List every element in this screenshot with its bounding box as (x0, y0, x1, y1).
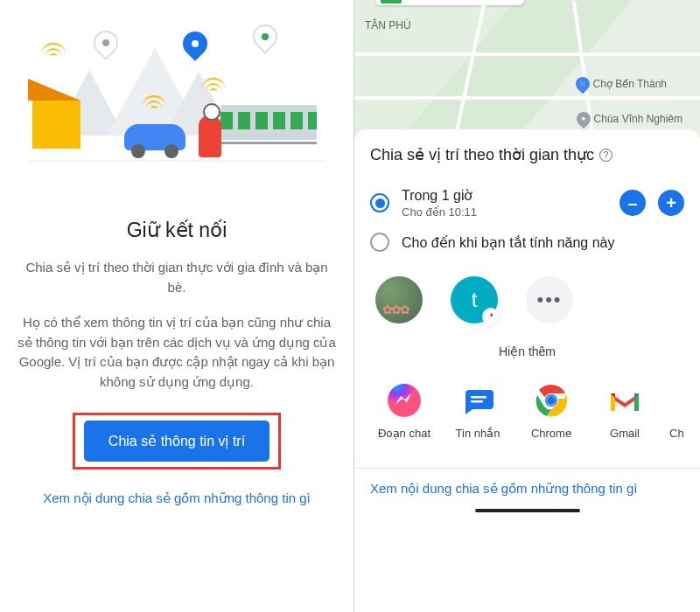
svg-point-0 (102, 39, 109, 46)
bottom-sheet: Chia sẻ vị trí theo thời gian thực ? Tro… (354, 129, 700, 612)
more-icon: ••• (526, 276, 573, 323)
illustration (28, 35, 326, 192)
svg-point-3 (490, 314, 493, 316)
contact-item[interactable]: t (445, 276, 503, 323)
decrease-button[interactable]: – (620, 190, 646, 216)
page-title: Giữ kết nối (127, 219, 228, 242)
temple-pin-icon: ✦ (573, 109, 593, 129)
app-messages[interactable]: Tin nhắn (444, 381, 512, 454)
google-maps-badge-icon (479, 304, 503, 329)
intro-text-1: Chia sẻ vị trí theo thời gian thực với g… (16, 258, 338, 297)
contacts-row: t ••• (370, 276, 684, 323)
app-messenger[interactable]: Đoạn chat (370, 381, 438, 454)
location-pin-icon (248, 19, 283, 54)
svg-rect-5 (471, 396, 486, 399)
app-label: Tin nhắn (456, 427, 500, 441)
option-label: Cho đến khi bạn tắt tính năng này (402, 234, 684, 251)
app-chrome[interactable]: Chrome (517, 381, 585, 454)
map-district-label: TÂN PHÚ (365, 19, 411, 31)
share-apps-row: Đoạn chat Tin nhắn Chrome Gmail (370, 381, 684, 454)
sheet-title: Chia sẻ vị trí theo thời gian thực ? (370, 145, 684, 164)
chrome-icon (532, 381, 570, 420)
share-sheet-screen: TÂN PHÚ ⁙ Chợ Bến Thành ✦ Chùa Vĩnh Nghi… (354, 0, 700, 612)
learn-more-link[interactable]: Xem nội dung chia sẻ gồm những thông tin… (43, 489, 311, 508)
svg-rect-6 (471, 400, 483, 403)
svg-point-2 (262, 33, 269, 40)
radio-selected-icon[interactable] (370, 193, 389, 212)
option-label: Trong 1 giờ (402, 187, 607, 204)
gmail-icon (606, 381, 644, 420)
svg-point-4 (388, 384, 421, 417)
app-label: Chrome (531, 427, 571, 441)
highlight-box: Chia sẻ thông tin vị trí (73, 413, 281, 469)
footer-link[interactable]: Xem nội dung chia sẻ gồm những thông tin… (370, 469, 684, 504)
intro-text-2: Họ có thể xem thông tin vị trí của bạn c… (16, 313, 338, 392)
radio-unselected-icon[interactable] (370, 233, 389, 252)
share-location-button[interactable]: Chia sẻ thông tin vị trí (84, 421, 270, 462)
app-nearby-share[interactable]: Chia sẻ lân cận (664, 381, 684, 454)
option-subtext: Cho đến 10:11 (402, 205, 607, 219)
duration-options: Trong 1 giờ Cho đến 10:11 – + Cho đến kh… (370, 180, 684, 259)
show-more-label[interactable]: Hiện thêm (370, 344, 684, 358)
help-icon[interactable]: ? (599, 149, 612, 162)
increase-button[interactable]: + (658, 190, 684, 216)
search-bar-stub[interactable] (375, 0, 524, 5)
svg-point-10 (547, 396, 556, 405)
map-view[interactable]: TÂN PHÚ ⁙ Chợ Bến Thành ✦ Chùa Vĩnh Nghi… (354, 0, 700, 140)
intro-screen: Giữ kết nối Chia sẻ vị trí theo thời gia… (0, 0, 354, 612)
app-gmail[interactable]: Gmail (591, 381, 659, 454)
home-indicator[interactable] (475, 509, 580, 512)
app-label: Chia sẻ lân cận (664, 427, 684, 454)
app-label: Đoạn chat (378, 427, 430, 441)
app-label: Gmail (610, 427, 640, 441)
svg-point-1 (192, 40, 199, 47)
poi-label: Chợ Bến Thành (593, 78, 668, 90)
option-1-hour[interactable]: Trong 1 giờ Cho đến 10:11 – + (370, 180, 684, 226)
nearby-share-icon (679, 381, 684, 420)
avatar (375, 276, 423, 323)
messenger-icon (385, 381, 424, 420)
poi-label: Chùa Vĩnh Nghiêm (594, 113, 682, 125)
more-contacts-button[interactable]: ••• (521, 276, 578, 323)
messages-icon (458, 381, 497, 420)
map-poi[interactable]: ⁙ Chợ Bến Thành (576, 77, 668, 91)
contact-item[interactable] (370, 276, 428, 323)
shopping-pin-icon: ⁙ (572, 74, 592, 94)
avatar: t (451, 276, 498, 323)
map-poi[interactable]: ✦ Chùa Vĩnh Nghiêm (577, 112, 682, 126)
option-until-off[interactable]: Cho đến khi bạn tắt tính năng này (370, 226, 684, 259)
